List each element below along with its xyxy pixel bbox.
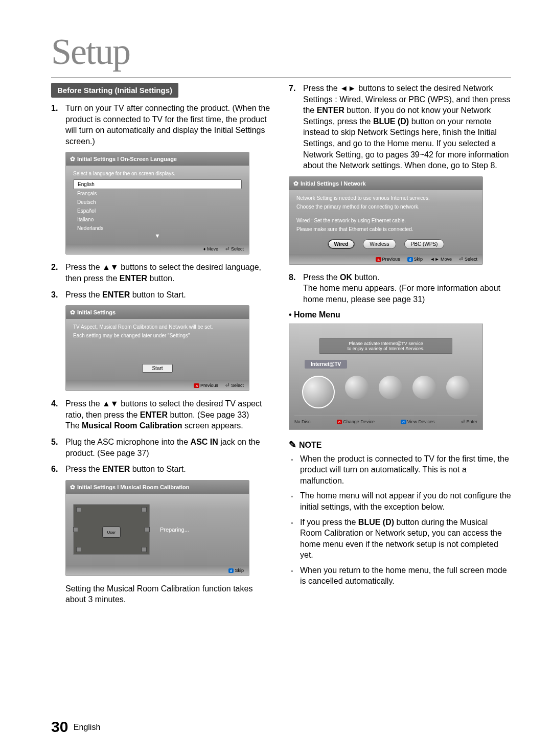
ss-lang-title: Initial Settings I On-Screen Language xyxy=(77,156,177,162)
language-list: English Français Deutsch Español Italian… xyxy=(73,179,242,233)
footer-prev: Previous xyxy=(200,383,218,388)
ss-lang-instruction: Select a language for the on-screen disp… xyxy=(73,171,242,176)
step-5: Plug the ASC microphone into the ASC IN … xyxy=(51,437,273,459)
step-2: Press the ▲▼ buttons to select the desir… xyxy=(51,262,273,284)
step-3: Press the ENTER button to Start. xyxy=(51,289,273,301)
screenshot-home-menu: Please activate Internet@TV service to e… xyxy=(289,324,483,430)
lang-option-selected[interactable]: English xyxy=(73,179,242,189)
ss-start-line1: TV Aspect, Musical Room Calibration and … xyxy=(73,324,242,330)
home-icon-1[interactable] xyxy=(302,376,335,408)
lang-option[interactable]: Français xyxy=(73,189,242,198)
note-heading: NOTE xyxy=(289,439,511,450)
note-4: When you return to the home menu, the fu… xyxy=(300,565,511,587)
screenshot-network: Initial Settings I Network Network Setti… xyxy=(289,176,483,265)
step-7: Press the ◄► buttons to select the desir… xyxy=(289,83,511,171)
network-pbc-button[interactable]: PBC (WPS) xyxy=(404,239,445,249)
lang-option[interactable]: Español xyxy=(73,207,242,215)
step-6: Press the ENTER button to Start. xyxy=(51,464,273,475)
gear-icon xyxy=(293,180,298,187)
note-2: The home menu will not appear if you do … xyxy=(300,490,511,512)
enter-label: ENTER xyxy=(102,290,130,299)
footer-select: Select xyxy=(231,383,244,388)
note-3: If you press the BLUE (D) button during … xyxy=(300,517,511,561)
footer-skip: Skip xyxy=(235,568,244,573)
home-banner: Please activate Internet@TV service to e… xyxy=(319,338,452,354)
calib-caption: Setting the Musical Room Calibration fun… xyxy=(51,583,273,605)
gear-icon xyxy=(70,309,75,316)
network-wireless-button[interactable]: Wireless xyxy=(363,239,396,249)
screenshot-start: Initial Settings TV Aspect, Musical Room… xyxy=(65,305,249,391)
ss-start-title: Initial Settings xyxy=(77,309,116,315)
home-icon-4[interactable] xyxy=(412,376,436,399)
gear-icon xyxy=(70,484,75,491)
home-menu-label: Home Menu xyxy=(289,310,511,319)
ss-calib-title: Initial Settings I Musical Room Calibrat… xyxy=(77,484,189,490)
step-8: Press the OK button. The home menu appea… xyxy=(289,272,511,305)
home-icon-5[interactable] xyxy=(446,376,470,399)
footer-select: Select xyxy=(231,246,244,251)
gear-icon xyxy=(70,155,75,163)
screenshot-language: Initial Settings I On-Screen Language Se… xyxy=(65,152,249,255)
section-header: Before Starting (Initial Settings) xyxy=(51,83,178,98)
page-footer: 30 English xyxy=(51,718,100,736)
ss-start-line2: Each setting may be changed later under … xyxy=(73,333,242,338)
page-language: English xyxy=(74,723,100,731)
home-icon-3[interactable] xyxy=(379,376,402,399)
enter-label: ENTER xyxy=(120,274,147,283)
chapter-title: Setup xyxy=(51,31,511,73)
lang-option[interactable]: Deutsch xyxy=(73,198,242,207)
lang-option[interactable]: Nederlands xyxy=(73,224,242,233)
step-1-text: Turn on your TV after connecting the pro… xyxy=(65,104,270,146)
left-column: Before Starting (Initial Settings) Turn … xyxy=(51,83,273,605)
start-button[interactable]: Start xyxy=(142,364,172,373)
screenshot-calibration: Initial Settings I Musical Room Calibrat… xyxy=(65,480,249,576)
step-4: Press the ▲▼ buttons to select the desir… xyxy=(51,398,273,431)
step-1: Turn on your TV after connecting the pro… xyxy=(51,103,273,147)
calib-status: Preparing... xyxy=(160,526,189,533)
user-label: User xyxy=(102,526,121,538)
page-number: 30 xyxy=(51,718,68,735)
ss-net-title: Initial Settings I Network xyxy=(301,180,366,187)
footer-move: Move xyxy=(207,246,218,251)
right-column: Press the ◄► buttons to select the desir… xyxy=(289,83,511,605)
room-diagram: User xyxy=(73,504,150,555)
note-1: When the product is connected to TV for … xyxy=(300,453,511,487)
divider xyxy=(51,77,511,78)
network-wired-button[interactable]: Wired xyxy=(328,239,355,249)
footer-nodisc: No Disc xyxy=(294,419,311,424)
home-icon-2[interactable] xyxy=(345,376,369,399)
internet-tv-label: Internet@TV xyxy=(305,360,347,369)
lang-option[interactable]: Italiano xyxy=(73,215,242,224)
